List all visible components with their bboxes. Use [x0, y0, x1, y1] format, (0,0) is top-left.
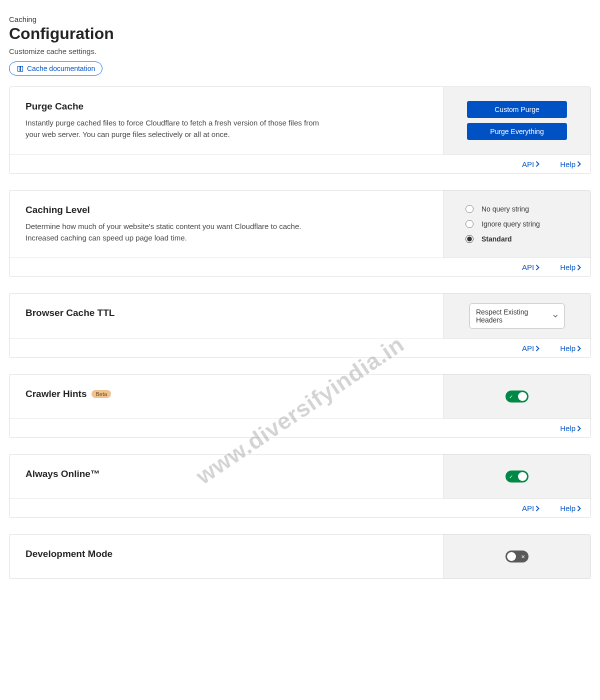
help-link[interactable]: Help	[560, 344, 582, 352]
api-link[interactable]: API	[522, 504, 540, 512]
page-title: Configuration	[9, 24, 591, 43]
always-online-toggle[interactable]: ✓	[506, 470, 528, 482]
radio-no-query-string[interactable]: No query string	[466, 205, 529, 213]
chevron-right-icon	[577, 161, 582, 167]
select-value: Respect Existing Headers	[476, 308, 553, 324]
radio-standard[interactable]: Standard	[466, 235, 512, 243]
purge-everything-button[interactable]: Purge Everything	[467, 123, 567, 140]
chevron-down-icon	[553, 314, 558, 318]
card-title: Always Online™	[26, 468, 427, 480]
always-online-card: Always Online™ ✓ API Help	[9, 454, 591, 518]
chevron-right-icon	[536, 506, 540, 512]
crawler-hints-toggle[interactable]: ✓	[506, 390, 528, 402]
x-icon: ✕	[521, 554, 525, 560]
chevron-right-icon	[536, 161, 540, 167]
api-link[interactable]: API	[522, 263, 540, 272]
development-mode-toggle[interactable]: ✕	[506, 550, 528, 562]
card-title: Caching Level	[26, 204, 427, 216]
card-description: Instantly purge cached files to force Cl…	[26, 117, 326, 140]
purge-cache-card: Purge Cache Instantly purge cached files…	[9, 86, 591, 174]
page-subtitle: Customize cache settings.	[9, 47, 591, 56]
caching-level-card: Caching Level Determine how much of your…	[9, 190, 591, 278]
radio-ignore-query-string[interactable]: Ignore query string	[466, 220, 540, 228]
chevron-right-icon	[536, 346, 540, 352]
card-title: Purge Cache	[26, 101, 427, 112]
card-title: Development Mode	[26, 548, 427, 560]
check-icon: ✓	[509, 394, 513, 400]
help-link[interactable]: Help	[560, 424, 582, 432]
check-icon: ✓	[509, 474, 513, 480]
chevron-right-icon	[536, 264, 540, 270]
chevron-right-icon	[577, 506, 582, 512]
help-link[interactable]: Help	[560, 263, 582, 272]
chevron-right-icon	[577, 264, 582, 270]
custom-purge-button[interactable]: Custom Purge	[467, 101, 567, 118]
ttl-select[interactable]: Respect Existing Headers	[470, 304, 564, 328]
help-link[interactable]: Help	[560, 504, 582, 512]
chevron-right-icon	[577, 346, 582, 352]
beta-badge: Beta	[92, 390, 111, 398]
api-link[interactable]: API	[522, 344, 540, 352]
crawler-hints-card: Crawler Hints Beta ✓ Help	[9, 374, 591, 438]
api-link[interactable]: API	[522, 160, 540, 168]
card-title: Browser Cache TTL	[26, 308, 427, 318]
card-title: Crawler Hints Beta	[26, 388, 427, 400]
breadcrumb: Caching	[9, 15, 591, 24]
cache-documentation-link[interactable]: Cache documentation	[9, 62, 102, 76]
development-mode-card: Development Mode ✕	[9, 534, 591, 579]
doc-link-label: Cache documentation	[27, 64, 95, 72]
chevron-right-icon	[577, 426, 582, 432]
book-icon	[16, 65, 24, 72]
browser-cache-ttl-card: Browser Cache TTL Respect Existing Heade…	[9, 293, 591, 358]
card-description: Determine how much of your website's sta…	[26, 220, 326, 244]
help-link[interactable]: Help	[560, 160, 582, 168]
